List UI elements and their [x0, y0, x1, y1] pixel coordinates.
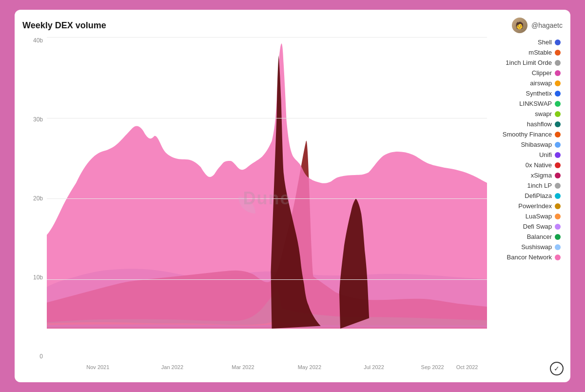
legend-dot: [555, 121, 561, 127]
legend-dot: [555, 101, 561, 107]
legend-dot: [555, 80, 561, 86]
legend-item[interactable]: swapr: [491, 109, 561, 119]
legend-item-label: Bancor Network: [507, 254, 552, 261]
legend-item-label: Smoothy Finance: [503, 131, 552, 138]
legend-item[interactable]: Shibaswap: [491, 139, 561, 150]
legend-item[interactable]: Defi Swap: [491, 221, 561, 232]
check-button[interactable]: ✓: [550, 362, 564, 375]
x-label-may2022: May 2022: [298, 364, 321, 370]
legend-item-label: mStable: [528, 49, 552, 56]
y-label-10b: 10b: [33, 274, 43, 281]
legend-dot: [555, 255, 561, 260]
y-label-20b: 20b: [33, 195, 43, 202]
legend-dot: [555, 50, 561, 56]
legend-item[interactable]: hashflow: [491, 119, 561, 129]
legend-dot: [555, 203, 561, 209]
chart-inner: Dune: [47, 37, 487, 360]
legend-dot: [555, 60, 561, 66]
legend-item-label: LINKSWAP: [519, 100, 552, 107]
legend-item[interactable]: xSigma: [491, 170, 561, 180]
legend-item[interactable]: 1inch Limit Orde: [491, 58, 561, 68]
legend-item-label: airswap: [530, 79, 552, 87]
main-card: Weekly DEX volume 🧑 @hagaetc 40b 30b 20b…: [15, 10, 570, 382]
legend-item-label: Balancer: [527, 233, 552, 240]
legend-item[interactable]: Bancor Network: [491, 252, 561, 262]
legend-dot: [555, 183, 561, 189]
x-label-oct2022: Oct 2022: [456, 364, 478, 370]
legend-dot: [555, 111, 561, 117]
legend-item-label: hashflow: [527, 120, 552, 128]
legend-item[interactable]: LINKSWAP: [491, 98, 561, 109]
legend-item-label: swapr: [535, 110, 552, 118]
legend-dot: [555, 214, 561, 219]
legend-dot: [555, 173, 561, 178]
legend-item[interactable]: LuaSwap: [491, 211, 561, 221]
y-axis: 40b 30b 20b 10b 0: [22, 37, 47, 360]
legend-item-label: 0x Native: [526, 161, 552, 169]
legend-dot: [555, 152, 561, 158]
x-axis: Nov 2021 Jan 2022 Mar 2022 May 2022 Jul …: [47, 360, 487, 374]
header: Weekly DEX volume 🧑 @hagaetc: [22, 18, 563, 33]
legend-dot: [555, 132, 561, 137]
y-label-40b: 40b: [33, 37, 43, 44]
legend-item[interactable]: 1inch LP: [491, 180, 561, 191]
legend-item-label: Sushiswap: [521, 243, 552, 251]
x-label-nov2021: Nov 2021: [86, 364, 109, 370]
legend-item[interactable]: mStable: [491, 47, 561, 58]
legend-item[interactable]: Unifi: [491, 150, 561, 160]
x-label-sep2022: Sep 2022: [421, 364, 444, 370]
legend-item[interactable]: airswap: [491, 78, 561, 88]
legend-item[interactable]: Shell: [491, 37, 561, 47]
legend-item[interactable]: PowerIndex: [491, 201, 561, 211]
legend-dot: [555, 91, 561, 97]
legend-item[interactable]: Clipper: [491, 68, 561, 78]
legend-item-label: Shell: [538, 39, 552, 46]
x-label-jul2022: Jul 2022: [364, 364, 384, 370]
username: @hagaetc: [531, 21, 563, 29]
legend-item-label: Clipper: [532, 69, 552, 77]
legend-item-label: Defi Swap: [523, 223, 552, 230]
legend-item-label: Shibaswap: [521, 141, 552, 148]
legend-item-label: 1inch Limit Orde: [506, 59, 552, 66]
legend-dot: [555, 224, 561, 230]
x-label-mar2022: Mar 2022: [232, 364, 254, 370]
legend-item[interactable]: Sushiswap: [491, 242, 561, 252]
user-info: 🧑 @hagaetc: [512, 18, 563, 33]
chart-area: 40b 30b 20b 10b 0: [22, 37, 563, 374]
legend-item-label: LuaSwap: [526, 213, 552, 220]
x-label-jan2022: Jan 2022: [161, 364, 183, 370]
legend-item[interactable]: Synthetix: [491, 88, 561, 98]
legend-item-label: 1inch LP: [527, 182, 552, 189]
grid-line-40b: [47, 37, 487, 38]
legend-item-label: PowerIndex: [518, 202, 552, 210]
legend-panel[interactable]: ShellmStable1inch Limit OrdeClipperairsw…: [487, 37, 563, 369]
legend-item-label: DefiPlaza: [525, 192, 552, 199]
legend-item[interactable]: Smoothy Finance: [491, 129, 561, 139]
legend-item-label: Unifi: [539, 151, 552, 158]
legend-dot: [555, 142, 561, 148]
legend-dot: [555, 70, 561, 76]
legend-item-label: xSigma: [531, 172, 552, 179]
y-label-30b: 30b: [33, 116, 43, 123]
legend-dot: [555, 193, 561, 199]
legend-item[interactable]: DefiPlaza: [491, 191, 561, 201]
legend-item-label: Synthetix: [526, 90, 552, 97]
legend-dot: [555, 162, 561, 168]
grid-line-20b: [47, 198, 487, 199]
legend-dot: [555, 244, 561, 250]
legend-item[interactable]: 0x Native: [491, 160, 561, 170]
legend-dot: [555, 234, 561, 240]
page-title: Weekly DEX volume: [22, 20, 106, 31]
avatar: 🧑: [512, 18, 527, 33]
grid-line-10b: [47, 279, 487, 280]
grid-line-30b: [47, 118, 487, 118]
chart-container: 40b 30b 20b 10b 0: [22, 37, 487, 374]
legend-item[interactable]: Balancer: [491, 232, 561, 242]
y-label-0: 0: [39, 353, 43, 360]
legend-dot: [555, 39, 561, 45]
